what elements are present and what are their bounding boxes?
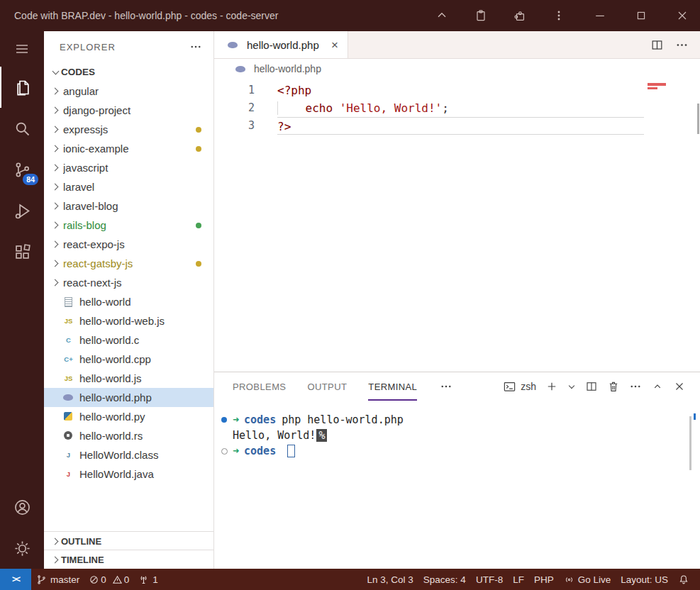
editor-more-actions-icon[interactable] <box>675 38 689 52</box>
explorer-more-actions-icon[interactable] <box>189 40 202 53</box>
tree-file-item[interactable]: JS hello-world.js <box>44 369 213 388</box>
tree-file-item[interactable]: J HelloWorld.class <box>44 445 213 464</box>
tab-terminal[interactable]: TERMINAL <box>368 372 417 401</box>
encoding-text: UTF-8 <box>476 574 503 585</box>
tree-folder-item[interactable]: react-next-js <box>44 273 213 292</box>
split-editor-icon[interactable] <box>650 38 664 52</box>
tree-folder-item[interactable]: laravel-blog <box>44 196 213 216</box>
chevron-right-icon <box>50 220 61 231</box>
tree-file-item[interactable]: JS hello-world-web.js <box>44 311 213 330</box>
tree-folder-item[interactable]: angular <box>44 82 213 101</box>
minimize-button[interactable] <box>592 8 608 23</box>
terminal-icon <box>503 380 516 394</box>
panel-tabs-more-icon[interactable] <box>440 380 452 393</box>
terminal-scrollbar[interactable] <box>689 416 691 470</box>
chevron-right-icon <box>50 162 61 174</box>
tree-folder-item[interactable]: rails-blog <box>44 216 213 235</box>
maximize-panel-chevron-icon[interactable] <box>651 380 664 393</box>
tree-file-item[interactable]: hello-world.php <box>44 388 213 407</box>
folder-name: django-project <box>63 104 213 116</box>
language-mode-indicator[interactable]: PHP <box>529 574 559 585</box>
tab-problems[interactable]: PROBLEMS <box>233 372 286 401</box>
terminal-output[interactable]: ➜ codes php hello-world.php Hello, World… <box>214 401 700 459</box>
tab-hello-world-php[interactable]: hello-world.php × <box>214 31 348 58</box>
editor-tab-bar: hello-world.php × <box>214 31 700 59</box>
timeline-section[interactable]: TIMELINE <box>44 550 213 569</box>
git-branch-indicator[interactable]: master <box>31 569 84 590</box>
breadcrumb[interactable]: hello-world.php <box>214 59 700 79</box>
tree-folder-item[interactable]: ionic-example <box>44 139 213 158</box>
more-vertical-icon[interactable] <box>551 8 567 23</box>
code-line-2: 2 echo 'Hello, World!'; <box>214 99 700 117</box>
cursor-position-indicator[interactable]: Ln 3, Col 3 <box>362 574 418 585</box>
file-name: hello-world.cpp <box>79 353 213 365</box>
menu-hamburger-icon[interactable] <box>0 31 44 67</box>
tree-file-item[interactable]: C hello-world.c <box>44 330 213 350</box>
panel-more-actions-icon[interactable] <box>629 380 642 393</box>
file-type-icon <box>62 411 74 423</box>
tree-file-item[interactable]: hello-world <box>44 292 213 311</box>
minimap-code-mark <box>648 87 657 89</box>
clipboard-icon[interactable] <box>473 8 489 23</box>
tree-folder-item[interactable]: expressjs <box>44 120 213 139</box>
close-panel-icon[interactable] <box>673 380 686 393</box>
tree-file-item[interactable]: hello-world.rs <box>44 426 213 445</box>
tree-folder-item[interactable]: react-gatsby-js <box>44 254 213 273</box>
keyboard-layout-indicator[interactable]: Layout: US <box>616 574 673 585</box>
extensions-activity-icon[interactable] <box>0 231 44 272</box>
tree-file-item[interactable]: J HelloWorld.java <box>44 464 213 484</box>
tree-folder-item[interactable]: react-expo-js <box>44 235 213 254</box>
explorer-activity-icon[interactable] <box>0 67 44 108</box>
file-tree: hello-world JS hello-world-web.js C hell… <box>44 292 213 484</box>
run-debug-activity-icon[interactable] <box>0 190 44 231</box>
chevron-right-icon <box>50 201 61 212</box>
indent <box>277 101 306 115</box>
tree-folder-item[interactable]: javascript <box>44 158 213 177</box>
maximize-button[interactable] <box>633 8 649 23</box>
editor-code-area[interactable]: 1 <?php 2 echo 'Hello, World!'; 3 ?> <box>214 79 700 372</box>
file-name: HelloWorld.class <box>79 449 213 461</box>
new-terminal-icon[interactable] <box>545 380 558 393</box>
chevron-right-icon <box>50 554 61 565</box>
outline-section[interactable]: OUTLINE <box>44 531 213 550</box>
file-name: hello-world <box>79 296 213 308</box>
workspace-section-codes[interactable]: CODES <box>44 62 213 82</box>
output-text: Hello, World! <box>233 429 316 442</box>
notifications-bell-icon[interactable] <box>673 574 694 585</box>
shell-name: zsh <box>521 381 536 392</box>
remote-indicator[interactable]: >< <box>0 569 31 590</box>
encoding-indicator[interactable]: UTF-8 <box>471 574 508 585</box>
terminal-output-line: Hello, World!% <box>221 428 700 443</box>
tab-close-icon[interactable]: × <box>329 38 340 52</box>
file-type-icon: JS <box>62 315 74 327</box>
kill-terminal-trash-icon[interactable] <box>607 380 620 393</box>
tree-file-item[interactable]: hello-world.py <box>44 407 213 426</box>
ports-indicator[interactable]: 1 <box>133 569 163 590</box>
chevron-up-icon[interactable] <box>434 8 450 23</box>
tree-file-item[interactable]: C+ hello-world.cpp <box>44 350 213 369</box>
command-success-decoration-icon[interactable] <box>221 417 227 423</box>
source-control-activity-icon[interactable]: 84 <box>0 149 44 190</box>
tree-folder-item[interactable]: laravel <box>44 177 213 196</box>
split-terminal-icon[interactable] <box>585 380 598 393</box>
go-live-button[interactable]: Go Live <box>559 574 616 585</box>
problems-indicator[interactable]: 0 0 <box>84 569 133 590</box>
indentation-indicator[interactable]: Spaces: 4 <box>418 574 471 585</box>
breadcrumb-file: hello-world.php <box>254 63 321 74</box>
overview-ruler-mark <box>697 104 699 134</box>
extensions-puzzle-icon[interactable] <box>512 8 528 23</box>
terminal-dropdown-chevron-icon[interactable] <box>567 382 576 391</box>
prompt-arrow: ➜ <box>233 413 239 426</box>
close-button[interactable] <box>674 8 690 23</box>
terminal-shell-selector[interactable]: zsh <box>503 380 536 394</box>
account-icon[interactable] <box>0 486 44 528</box>
settings-gear-icon[interactable] <box>0 528 44 569</box>
eol-indicator[interactable]: LF <box>508 574 529 585</box>
chevron-right-icon <box>50 239 61 250</box>
tab-output[interactable]: OUTPUT <box>307 372 347 401</box>
tree-folder-item[interactable]: django-project <box>44 101 213 120</box>
minimap[interactable] <box>646 82 691 160</box>
command-pending-decoration-icon[interactable] <box>221 448 228 455</box>
file-type-icon: C <box>62 334 74 346</box>
search-activity-icon[interactable] <box>0 108 44 149</box>
